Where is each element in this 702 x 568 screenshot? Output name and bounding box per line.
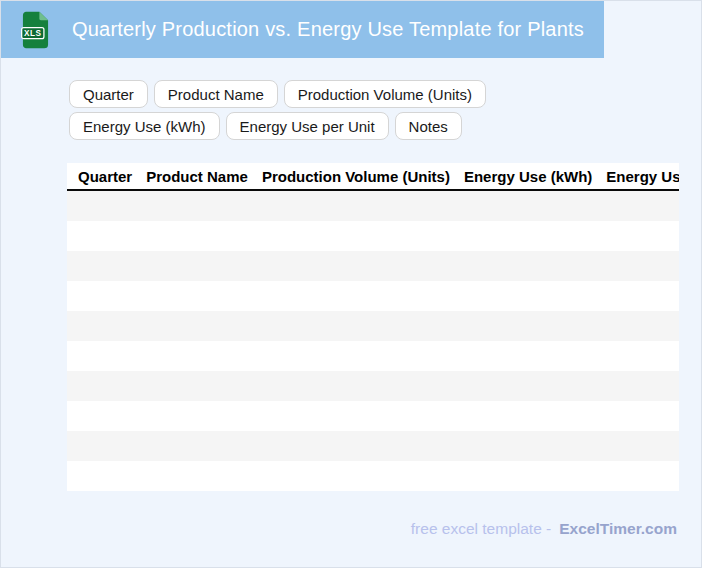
table-row[interactable] [67,281,679,311]
table-row[interactable] [67,191,679,221]
header-bar: XLS Quarterly Production vs. Energy Use … [1,1,604,58]
table-column-header: Quarter [78,168,132,185]
field-chip[interactable]: Quarter [69,80,148,108]
field-chip[interactable]: Production Volume (Units) [284,80,486,108]
table-row[interactable] [67,221,679,251]
page-title: Quarterly Production vs. Energy Use Temp… [72,18,584,41]
table-column-header: Energy Use per Unit [606,168,679,185]
field-chip[interactable]: Notes [395,112,462,140]
table-body [67,191,679,491]
table-row[interactable] [67,461,679,491]
field-chips: QuarterProduct NameProduction Volume (Un… [69,80,629,140]
table-column-header: Production Volume (Units) [262,168,450,185]
table-row[interactable] [67,431,679,461]
footer-brand-link[interactable]: ExcelTimer.com [559,520,677,537]
table-row[interactable] [67,371,679,401]
table-column-header: Energy Use (kWh) [464,168,592,185]
xls-icon-label: XLS [24,29,42,38]
footer: free excel template -ExcelTimer.com [411,519,677,538]
table-row[interactable] [67,251,679,281]
field-chip[interactable]: Energy Use per Unit [226,112,389,140]
table-column-header: Product Name [146,168,248,185]
table-row[interactable] [67,311,679,341]
xls-file-icon: XLS [21,11,50,49]
data-table: QuarterProduct NameProduction Volume (Un… [67,163,679,491]
table-row[interactable] [67,401,679,431]
footer-text: free excel template - [411,520,551,537]
field-chip[interactable]: Product Name [154,80,278,108]
table-header-row: QuarterProduct NameProduction Volume (Un… [67,163,679,191]
table-row[interactable] [67,341,679,371]
field-chip[interactable]: Energy Use (kWh) [69,112,220,140]
